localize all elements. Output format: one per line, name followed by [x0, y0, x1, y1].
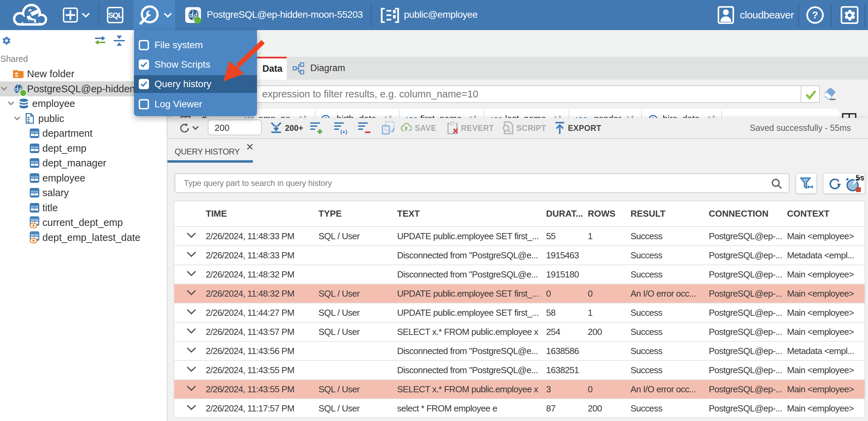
svg-text:?: ?: [812, 9, 818, 21]
svg-text:SQL: SQL: [108, 11, 123, 19]
svg-text:(+): (+): [340, 129, 347, 135]
svg-text:5s: 5s: [856, 175, 864, 182]
